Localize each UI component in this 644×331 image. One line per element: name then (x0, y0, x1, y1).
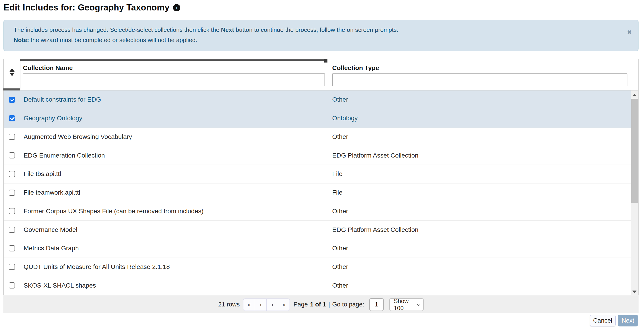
column-header-collection-name[interactable]: Collection Name (23, 64, 73, 72)
table-header: Collection Name Collection Type (4, 59, 638, 91)
page-title: Edit Includes for: Geography Taxonomy (4, 3, 170, 13)
table-row[interactable]: File teamwork.api.ttl File (4, 183, 638, 202)
row-checkbox[interactable] (9, 134, 15, 140)
banner-line-2: Note: the wizard must be completed or se… (14, 35, 398, 45)
collection-type-cell[interactable]: Other (329, 202, 638, 220)
scroll-down-arrow-icon[interactable] (632, 290, 636, 293)
close-icon[interactable]: ✖ (627, 29, 632, 36)
page-value: 1 of 1 (310, 301, 326, 308)
row-checkbox[interactable] (9, 115, 15, 121)
collection-type-cell[interactable]: Ontology (329, 109, 638, 128)
collection-type-cell[interactable]: Other (329, 276, 638, 295)
info-icon[interactable]: i (173, 4, 180, 11)
collection-type-cell[interactable]: EDG Platform Asset Collection (329, 146, 638, 165)
page-size-value: Show 100 (394, 297, 417, 312)
row-select-cell (4, 146, 20, 165)
row-checkbox[interactable] (9, 282, 15, 288)
page-size-select[interactable]: Show 100 (389, 298, 424, 311)
next-button[interactable]: Next (618, 315, 638, 326)
info-banner-text: The includes process has changed. Select… (14, 25, 398, 45)
banner-line-1: The includes process has changed. Select… (14, 25, 398, 35)
pagination-bar: 21 rows « ‹ › » Page 1 of 1 | Go to page… (4, 295, 638, 313)
row-select-cell (4, 128, 20, 146)
collection-name-cell[interactable]: File teamwork.api.ttl (20, 183, 329, 202)
collection-type-cell[interactable]: Other (329, 91, 638, 109)
edit-includes-dialog: Edit Includes for: Geography Taxonomy i … (0, 0, 644, 331)
table-row[interactable]: Metrics Data Graph Other (4, 239, 638, 258)
cancel-button[interactable]: Cancel (590, 315, 616, 326)
row-select-cell (4, 165, 20, 183)
goto-page-input[interactable] (369, 298, 384, 311)
collection-type-cell[interactable]: File (329, 165, 638, 183)
row-select-cell (4, 220, 20, 239)
collection-name-cell[interactable]: Metrics Data Graph (20, 239, 329, 258)
column-divider (20, 59, 20, 90)
collections-table: Collection Name Collection Type Default … (4, 59, 638, 295)
table-row[interactable]: Default constraints for EDG Other (4, 91, 638, 109)
collection-name-cell[interactable]: Geography Ontology (20, 109, 329, 128)
table-row[interactable]: EDG Enumeration Collection EDG Platform … (4, 146, 638, 165)
row-checkbox[interactable] (9, 227, 15, 233)
previous-page-button[interactable]: ‹ (255, 298, 266, 311)
rows-count: 21 rows (218, 301, 240, 308)
collection-name-cell[interactable]: EDG Enumeration Collection (20, 146, 329, 165)
row-checkbox[interactable] (9, 171, 15, 177)
vertical-scrollbar[interactable] (631, 91, 638, 295)
row-checkbox[interactable] (9, 190, 15, 196)
column-resize-bar[interactable] (4, 88, 20, 91)
page-word: Page (294, 301, 308, 308)
collection-type-cell[interactable]: File (329, 183, 638, 202)
first-page-button[interactable]: « (243, 298, 255, 311)
collection-type-cell[interactable]: Other (329, 128, 638, 146)
sort-asc-arrow (10, 69, 14, 72)
collection-name-cell[interactable]: Governance Model (20, 220, 329, 239)
collection-name-cell[interactable]: Default constraints for EDG (20, 91, 329, 109)
pager-button-group: « ‹ › » (243, 298, 290, 311)
row-checkbox[interactable] (9, 264, 15, 270)
table-row[interactable]: Former Corpus UX Shapes File (can be rem… (4, 202, 638, 220)
row-checkbox[interactable] (9, 97, 15, 103)
row-select-cell (4, 258, 20, 276)
collection-type-cell[interactable]: EDG Platform Asset Collection (329, 220, 638, 239)
collection-name-cell[interactable]: File tbs.api.ttl (20, 165, 329, 183)
collection-name-cell[interactable]: Augmented Web Browsing Vocabulary (20, 128, 329, 146)
collection-name-cell[interactable]: QUDT Units of Measure for All Units Rele… (20, 258, 329, 276)
row-checkbox[interactable] (9, 208, 15, 214)
collection-type-cell[interactable]: Other (329, 239, 638, 258)
separator: | (328, 301, 330, 308)
collection-name-cell[interactable]: Former Corpus UX Shapes File (can be rem… (20, 202, 329, 220)
info-banner: The includes process has changed. Select… (4, 20, 638, 51)
row-select-cell (4, 276, 20, 295)
table-row[interactable]: SKOS-XL SHACL shapes Other (4, 276, 638, 295)
row-select-cell (4, 202, 20, 220)
scroll-up-arrow-icon[interactable] (632, 94, 636, 96)
table-row[interactable]: Geography Ontology Ontology (4, 109, 638, 128)
table-row[interactable]: Augmented Web Browsing Vocabulary Other (4, 128, 638, 146)
table-row[interactable]: QUDT Units of Measure for All Units Rele… (4, 258, 638, 276)
table-row[interactable]: File tbs.api.ttl File (4, 165, 638, 183)
column-resize-handle[interactable] (324, 59, 328, 63)
page-header: Edit Includes for: Geography Taxonomy i (4, 3, 180, 13)
row-select-cell (4, 109, 20, 128)
scrollbar-thumb[interactable] (631, 99, 638, 203)
collection-type-filter-input[interactable] (332, 73, 628, 86)
table-row[interactable]: Governance Model EDG Platform Asset Coll… (4, 220, 638, 239)
row-select-cell (4, 183, 20, 202)
column-header-collection-type[interactable]: Collection Type (332, 64, 379, 72)
row-select-cell (4, 91, 20, 109)
collection-name-cell[interactable]: SKOS-XL SHACL shapes (20, 276, 329, 295)
row-checkbox[interactable] (9, 245, 15, 251)
sort-desc-arrow (10, 73, 14, 76)
table-body: Default constraints for EDG Other Geogra… (4, 91, 638, 295)
last-page-button[interactable]: » (278, 298, 290, 311)
sort-icon[interactable] (10, 69, 14, 76)
page-status: Page 1 of 1 | Go to page: (294, 301, 364, 308)
collection-type-cell[interactable]: Other (329, 258, 638, 276)
row-select-cell (4, 239, 20, 258)
collection-name-filter-input[interactable] (23, 73, 325, 86)
column-divider (329, 59, 329, 90)
next-page-button[interactable]: › (266, 298, 278, 311)
column-resize-bar[interactable] (20, 59, 328, 61)
goto-page-label: Go to page: (332, 301, 364, 308)
row-checkbox[interactable] (9, 152, 15, 158)
